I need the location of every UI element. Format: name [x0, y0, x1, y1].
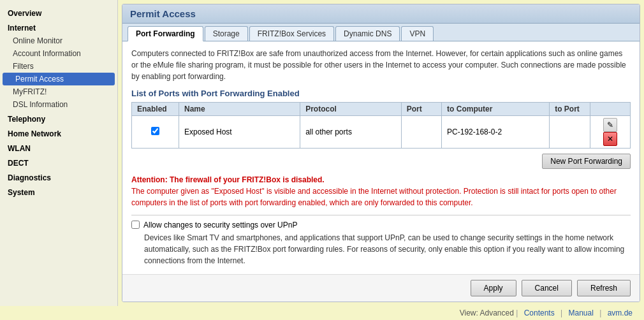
- edit-button[interactable]: ✎: [603, 118, 617, 132]
- cell-to-computer: PC-192-168-0-2: [442, 116, 550, 149]
- cancel-button[interactable]: Cancel: [522, 280, 572, 296]
- cell-name: Exposed Host: [179, 116, 300, 149]
- col-actions: [590, 103, 630, 116]
- cell-actions: ✎ ✕: [590, 116, 630, 149]
- tab-bar: Port Forwarding Storage FRITZ!Box Servic…: [122, 24, 640, 41]
- col-to-port: to Port: [550, 103, 590, 116]
- upnp-checkbox[interactable]: [131, 221, 140, 229]
- view-advanced[interactable]: View: Advanced: [460, 309, 514, 317]
- new-port-row: New Port Forwarding: [131, 154, 631, 169]
- cell-to-port: [550, 116, 590, 149]
- col-enabled: Enabled: [132, 103, 179, 116]
- col-name: Name: [179, 103, 300, 116]
- apply-button[interactable]: Apply: [471, 280, 516, 296]
- sidebar-item-dect[interactable]: DECT: [0, 155, 117, 170]
- delete-button[interactable]: ✕: [603, 132, 617, 146]
- manual-link[interactable]: Manual: [568, 309, 593, 317]
- table-row: Exposed Host all other ports PC-192-168-…: [132, 116, 631, 149]
- sidebar-item-overview[interactable]: Overview: [0, 5, 117, 20]
- inner-content: Computers connected to FRITZ!Box are saf…: [122, 41, 640, 274]
- enabled-checkbox[interactable]: [151, 127, 159, 135]
- avm-link[interactable]: avm.de: [608, 309, 633, 317]
- sidebar-item-telephony[interactable]: Telephony: [0, 111, 117, 126]
- tab-dynamic-dns[interactable]: Dynamic DNS: [335, 26, 400, 41]
- sidebar-item-myfritz[interactable]: MyFRITZ!: [0, 85, 117, 98]
- sep2: |: [560, 309, 564, 317]
- section-title: List of Ports with Port Forwarding Enabl…: [131, 89, 631, 98]
- warning-line1: Attention: The firewall of your FRITZ!Bo…: [131, 174, 631, 185]
- sidebar-item-online-monitor[interactable]: Online Monitor: [0, 34, 117, 47]
- tab-vpn[interactable]: VPN: [401, 26, 434, 41]
- col-protocol: Protocol: [300, 103, 402, 116]
- sidebar-item-dsl-information[interactable]: DSL Information: [0, 98, 117, 111]
- divider: [131, 215, 631, 215]
- footer-buttons: Apply Cancel Refresh: [122, 274, 640, 302]
- cell-protocol: all other ports: [300, 116, 402, 149]
- upnp-label: Allow changes to security settings over …: [143, 221, 297, 229]
- sep1: |: [516, 309, 520, 317]
- warning-line2: The computer given as "Exposed Host" is …: [131, 185, 631, 208]
- sidebar-item-system[interactable]: System: [0, 184, 117, 199]
- sep3: |: [599, 309, 603, 317]
- new-port-forwarding-button[interactable]: New Port Forwarding: [542, 154, 631, 169]
- tab-storage[interactable]: Storage: [205, 26, 248, 41]
- col-to-computer: to Computer: [442, 103, 550, 116]
- sidebar-item-filters[interactable]: Filters: [0, 60, 117, 73]
- sidebar-item-diagnostics[interactable]: Diagnostics: [0, 170, 117, 184]
- port-forwarding-table: Enabled Name Protocol Port to Computer t…: [131, 102, 631, 149]
- sidebar-item-wlan[interactable]: WLAN: [0, 140, 117, 155]
- sidebar-item-account-information[interactable]: Account Information: [0, 47, 117, 60]
- main-content: Permit Access Port Forwarding Storage FR…: [122, 4, 640, 302]
- cell-enabled: [132, 116, 179, 149]
- upnp-description: Devices like Smart TV and smartphones, a…: [131, 232, 631, 266]
- cell-port: [401, 116, 441, 149]
- warning-section: Attention: The firewall of your FRITZ!Bo…: [131, 174, 631, 208]
- refresh-button[interactable]: Refresh: [577, 280, 631, 296]
- bottom-footer: View: Advanced | Contents | Manual | avm…: [0, 306, 644, 320]
- sidebar: Overview Internet Online Monitor Account…: [0, 0, 118, 306]
- tab-port-forwarding[interactable]: Port Forwarding: [128, 26, 203, 41]
- contents-link[interactable]: Contents: [524, 309, 555, 317]
- tab-fritzbox-services[interactable]: FRITZ!Box Services: [249, 26, 334, 41]
- description-text: Computers connected to FRITZ!Box are saf…: [131, 48, 631, 82]
- upnp-section: Allow changes to security settings over …: [131, 221, 631, 266]
- upnp-checkbox-row: Allow changes to security settings over …: [131, 221, 631, 229]
- page-title: Permit Access: [122, 4, 640, 24]
- col-port: Port: [401, 103, 441, 116]
- sidebar-item-home-network[interactable]: Home Network: [0, 126, 117, 140]
- sidebar-item-permit-access[interactable]: Permit Access: [3, 73, 115, 85]
- sidebar-item-internet[interactable]: Internet: [0, 20, 117, 34]
